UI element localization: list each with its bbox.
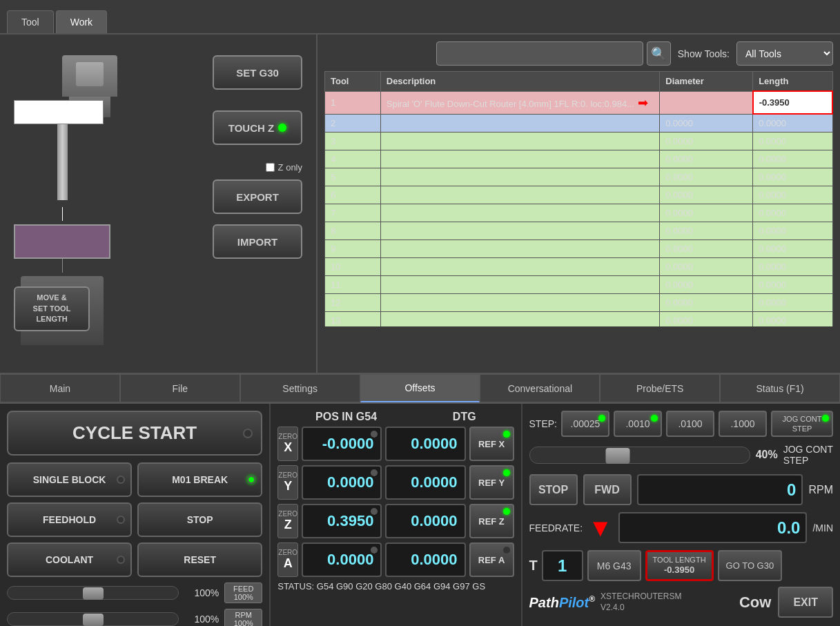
machine-panel: STEP: .00025 .0010 .0100 .1000 JOG CONTS… [522, 404, 840, 626]
tool-number-cell: 12 [325, 294, 381, 312]
tool-diameter-cell [660, 91, 753, 114]
tool-length-cell: 0.0000 [753, 240, 832, 258]
feedhold-button[interactable]: FEEDHOLD [7, 502, 132, 537]
feed-slider-track[interactable] [7, 586, 179, 600]
tool-description-cell: Spiral 'O' Flute Down-Cut Router [4.0mm]… [380, 91, 660, 114]
show-tools-select[interactable]: All Tools Current Tool [736, 41, 833, 66]
import-button[interactable]: IMPORT [213, 224, 302, 259]
tool-description-cell [380, 168, 660, 186]
tool-diameter-cell: 0.0000 [660, 204, 753, 222]
set-g30-button[interactable]: SET G30 [213, 55, 302, 90]
exit-button[interactable]: EXIT [778, 587, 833, 618]
t-label: T [529, 558, 538, 574]
rpm-slider-track[interactable] [7, 612, 179, 626]
step-00025-button[interactable]: .00025 [561, 411, 609, 437]
tab-file[interactable]: File [120, 374, 240, 402]
single-block-button[interactable]: SINGLE BLOCK [7, 462, 132, 497]
jog-slider[interactable] [529, 447, 750, 464]
cow-label: Cow [739, 594, 771, 612]
tab-conversational[interactable]: Conversational [480, 374, 600, 402]
tab-main[interactable]: Main [0, 374, 120, 402]
step-0010-button[interactable]: .0010 [614, 411, 662, 437]
table-row[interactable]: 30.00000.0000 [325, 133, 833, 150]
reset-button[interactable]: RESET [137, 542, 262, 577]
ref-z-led [503, 508, 510, 515]
jog-cont-step-button[interactable]: JOG CONTSTEP [771, 411, 833, 437]
tab-tool[interactable]: Tool [7, 10, 54, 33]
stop-spindle-button[interactable]: STOP [529, 474, 578, 505]
search-button[interactable]: 🔍 [647, 41, 671, 66]
jog-cont-step-label: JOG CONTSTEP [783, 444, 833, 466]
step-1000-button[interactable]: .1000 [719, 411, 767, 437]
m6-g43-button[interactable]: M6 G43 [587, 550, 641, 581]
feedrate-row: FEEDRATE: ▼ 0.0 /MIN [529, 512, 833, 543]
table-row[interactable]: 20.00000.0000 [325, 114, 833, 133]
ref-y-button[interactable]: REF Y [469, 465, 514, 500]
control-row-2: FEEDHOLD STOP [7, 502, 262, 537]
ref-x-button[interactable]: REF X [469, 427, 514, 461]
tool-diameter-cell: 0.0000 [660, 150, 753, 168]
move-set-tool-length-button[interactable]: MOVE &SET TOOLLENGTH [14, 286, 90, 331]
table-row[interactable]: 40.00000.0000 [325, 150, 833, 168]
tool-length-cell: 0.0000 [753, 312, 832, 327]
tab-work[interactable]: Work [56, 10, 107, 33]
feedrate-label: FEEDRATE: [529, 522, 583, 534]
step-row: STEP: .00025 .0010 .0100 .1000 JOG CONTS… [529, 411, 833, 437]
go-to-g30-button[interactable]: GO TO G30 [718, 550, 783, 581]
ref-z-button[interactable]: REF Z [469, 504, 514, 538]
search-row: 🔍 Show Tools: All Tools Current Tool [324, 41, 833, 66]
table-row[interactable]: 70.00000.0000 [325, 204, 833, 222]
tab-status[interactable]: Status (F1) [720, 374, 840, 402]
tool-table-scroll[interactable]: Tool Description Diameter Length 1Spiral… [324, 71, 833, 326]
bottom-area: CYCLE START SINGLE BLOCK M01 BREAK FEEDH… [0, 404, 840, 626]
tab-offsets[interactable]: Offsets [360, 374, 480, 402]
x-dtg-value: 0.0000 [385, 427, 465, 461]
tool-length-cell: 0.0000 [753, 133, 832, 150]
tool-diameter-cell: 0.0000 [660, 294, 753, 312]
z-pos-led [371, 508, 378, 515]
z-dtg-value: 0.0000 [385, 504, 465, 538]
tool-diameter-cell: 0.0000 [660, 240, 753, 258]
coolant-button[interactable]: COOLANT [7, 542, 132, 577]
stop-control-button[interactable]: STOP [137, 502, 262, 537]
table-row[interactable]: 90.00000.0000 [325, 240, 833, 258]
show-tools-label: Show Tools: [678, 48, 730, 59]
z-only-checkbox[interactable] [266, 163, 275, 172]
tool-number-cell: 4 [325, 150, 381, 168]
export-button[interactable]: EXPORT [213, 179, 302, 214]
rpm-slider-row: 100% RPM100% [7, 609, 262, 626]
tool-length-input[interactable] [14, 100, 104, 124]
tool-length-cell: 0.0000 [753, 294, 832, 312]
table-row[interactable]: 130.00000.0000 [325, 312, 833, 327]
step-0100-button[interactable]: .0100 [666, 411, 714, 437]
search-input[interactable] [436, 41, 643, 66]
tool-description-cell [380, 294, 660, 312]
main-area: SET G30 TOUCH Z Z only EXPORT IMPORT MOV… [0, 35, 840, 373]
jog-led [822, 415, 829, 422]
cycle-start-button[interactable]: CYCLE START [7, 411, 262, 456]
table-row[interactable]: 110.00000.0000 [325, 276, 833, 294]
tool-length-cell: 0.0000 [753, 222, 832, 240]
a-axis-label: ZERO A [277, 542, 298, 577]
tool-diameter-cell: 0.0000 [660, 133, 753, 150]
single-block-led [117, 476, 125, 484]
y-pos-led [371, 469, 378, 476]
m01-break-button[interactable]: M01 BREAK [137, 462, 262, 497]
rpm-pct: 100% [184, 614, 219, 625]
col-length: Length [753, 72, 832, 92]
table-row[interactable]: 1Spiral 'O' Flute Down-Cut Router [4.0mm… [325, 91, 833, 114]
ref-a-button[interactable]: REF A [469, 542, 514, 577]
table-row[interactable]: 100.00000.0000 [325, 258, 833, 276]
feedrate-unit: /MIN [812, 522, 833, 534]
touch-z-button[interactable]: TOUCH Z [213, 110, 302, 145]
nav-tabs: Main File Settings Offsets Conversationa… [0, 373, 840, 404]
tool-length-button[interactable]: TOOL LENGTH -0.3950 [645, 550, 714, 581]
table-row[interactable]: 60.00000.0000 [325, 186, 833, 204]
tab-probe-ets[interactable]: Probe/ETS [600, 374, 720, 402]
table-row[interactable]: 50.00000.0000 [325, 168, 833, 186]
fwd-button[interactable]: FWD [583, 474, 632, 505]
table-row[interactable]: 80.00000.0000 [325, 222, 833, 240]
table-row[interactable]: 120.00000.0000 [325, 294, 833, 312]
tab-settings[interactable]: Settings [240, 374, 360, 402]
control-row-3: COOLANT RESET [7, 542, 262, 577]
